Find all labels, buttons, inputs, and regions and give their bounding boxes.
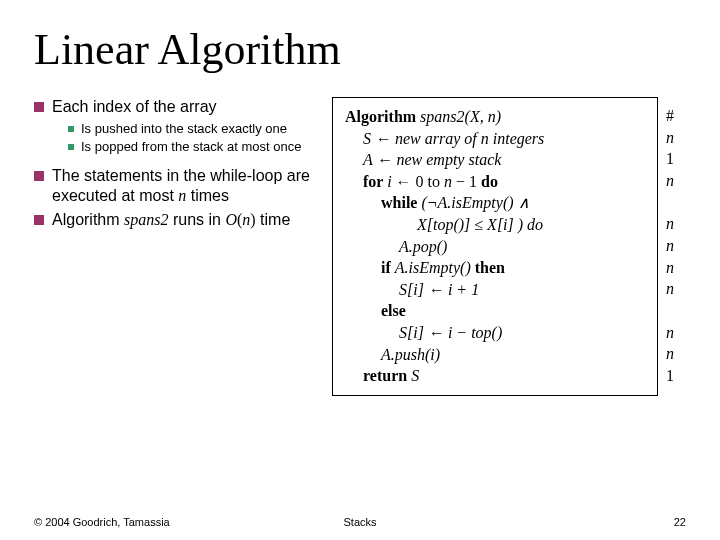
bullet-3-time: time: [256, 211, 291, 228]
square-bullet-icon: [68, 126, 74, 132]
kw-algorithm: Algorithm: [345, 108, 420, 125]
complexity-gap: [666, 191, 686, 213]
algo-name: spans2: [124, 211, 168, 228]
var-n: n: [444, 173, 452, 190]
fn-signature: spans2(X, n): [420, 108, 501, 125]
footer-page-number: 22: [674, 516, 686, 528]
algo-line-5: X[top()] ≤ X[i] ) do: [345, 214, 645, 236]
algo-line-7: if A.isEmpty() then: [345, 257, 645, 279]
complexity-val: n: [666, 235, 686, 257]
cond-part1: (¬A.isEmpty() ∧: [421, 194, 529, 211]
algo-line-3: for i ← 0 to n − 1 do: [345, 171, 645, 193]
var-s: S: [411, 367, 419, 384]
complexity-val: n: [666, 322, 686, 344]
complexity-gap: [666, 300, 686, 322]
sub-bullet-1-text: Is pushed into the stack exactly one: [81, 121, 287, 137]
complexity-val: n: [666, 170, 686, 192]
algo-line-9: else: [345, 300, 645, 322]
diamond-bullet-icon: [34, 171, 44, 181]
footer: © 2004 Goodrich, Tamassia Stacks 22: [34, 516, 686, 528]
algo-line-2: A ← new empty stack: [345, 149, 645, 171]
bullet-2-suffix: times: [186, 187, 229, 204]
content-columns: Each index of the array Is pushed into t…: [34, 97, 686, 396]
txt: ← 0 to: [392, 173, 444, 190]
bullet-3-text: Algorithm spans2 runs in O(n) time: [52, 210, 314, 230]
algo-line-12: return S: [345, 365, 645, 387]
cond-part2: X[top()] ≤ X[i] ) do: [417, 216, 543, 233]
algo-line-10: S[i] ← i − top(): [345, 322, 645, 344]
complexity-val: n: [666, 127, 686, 149]
algo-line-6: A.pop(): [345, 236, 645, 258]
footer-copyright: © 2004 Goodrich, Tamassia: [34, 516, 170, 528]
sub-bullet-2: Is popped from the stack at most once: [68, 139, 314, 155]
slide-title: Linear Algorithm: [34, 24, 686, 75]
complexity-val: n: [666, 257, 686, 279]
kw-return: return: [363, 367, 411, 384]
right-column: Algorithm spans2(X, n) S ← new array of …: [332, 97, 686, 396]
kw-then: then: [475, 259, 505, 276]
bullet-2: The statements in the while-loop are exe…: [34, 166, 314, 206]
bullet-1-text: Each index of the array: [52, 97, 314, 117]
kw-do: do: [481, 173, 498, 190]
complexity-header: #: [666, 105, 686, 127]
complexity-val: 1: [666, 148, 686, 170]
square-bullet-icon: [68, 144, 74, 150]
algo-line-1: S ← new array of n integers: [345, 128, 645, 150]
left-column: Each index of the array Is pushed into t…: [34, 97, 314, 396]
bullet-3-prefix: Algorithm: [52, 211, 124, 228]
complexity-val: 1: [666, 365, 686, 387]
algo-line-11: A.push(i): [345, 344, 645, 366]
kw-while: while: [381, 194, 421, 211]
diamond-bullet-icon: [34, 102, 44, 112]
sub-bullet-1: Is pushed into the stack exactly one: [68, 121, 314, 137]
footer-topic: Stacks: [343, 516, 376, 528]
bullet-2-text: The statements in the while-loop are exe…: [52, 166, 314, 206]
complexity-val: n: [666, 343, 686, 365]
bullet-1: Each index of the array: [34, 97, 314, 117]
algo-line-8: S[i] ← i + 1: [345, 279, 645, 301]
txt: − 1: [452, 173, 481, 190]
kw-for: for: [363, 173, 387, 190]
bullet-3: Algorithm spans2 runs in O(n) time: [34, 210, 314, 230]
kw-if: if: [381, 259, 395, 276]
algo-line-4: while (¬A.isEmpty() ∧: [345, 192, 645, 214]
diamond-bullet-icon: [34, 215, 44, 225]
algorithm-box: Algorithm spans2(X, n) S ← new array of …: [332, 97, 658, 396]
algo-line-0: Algorithm spans2(X, n): [345, 106, 645, 128]
complexity-val: n: [666, 278, 686, 300]
bullet-3-mid: runs in: [168, 211, 225, 228]
cond: A.isEmpty(): [395, 259, 475, 276]
big-o: O: [225, 211, 237, 228]
complexity-val: n: [666, 213, 686, 235]
complexity-column: # n 1 n n n n n n n 1: [666, 97, 686, 387]
bullet-1-sublist: Is pushed into the stack exactly one Is …: [68, 121, 314, 156]
sub-bullet-2-text: Is popped from the stack at most once: [81, 139, 301, 155]
